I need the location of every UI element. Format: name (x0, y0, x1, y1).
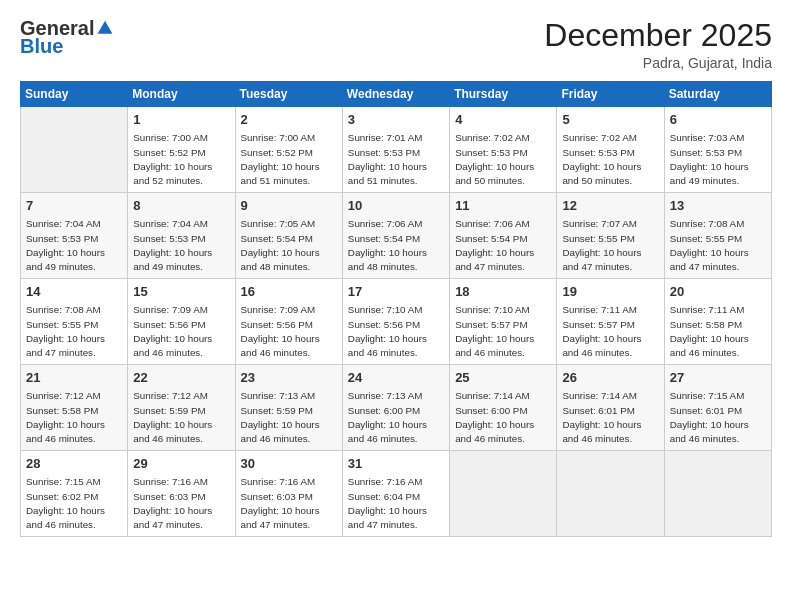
day-number: 27 (670, 369, 766, 387)
calendar-cell: 2Sunrise: 7:00 AMSunset: 5:52 PMDaylight… (235, 107, 342, 193)
day-info: Sunrise: 7:09 AMSunset: 5:56 PMDaylight:… (241, 303, 337, 360)
calendar-cell: 16Sunrise: 7:09 AMSunset: 5:56 PMDayligh… (235, 279, 342, 365)
day-number: 15 (133, 283, 229, 301)
calendar-cell (21, 107, 128, 193)
logo-icon (96, 19, 114, 37)
day-info: Sunrise: 7:05 AMSunset: 5:54 PMDaylight:… (241, 217, 337, 274)
day-info: Sunrise: 7:11 AMSunset: 5:57 PMDaylight:… (562, 303, 658, 360)
day-number: 8 (133, 197, 229, 215)
day-info: Sunrise: 7:07 AMSunset: 5:55 PMDaylight:… (562, 217, 658, 274)
weekday-header-tuesday: Tuesday (235, 82, 342, 107)
calendar-cell: 15Sunrise: 7:09 AMSunset: 5:56 PMDayligh… (128, 279, 235, 365)
title-area: December 2025 Padra, Gujarat, India (544, 18, 772, 71)
day-number: 9 (241, 197, 337, 215)
calendar-cell: 28Sunrise: 7:15 AMSunset: 6:02 PMDayligh… (21, 451, 128, 537)
day-info: Sunrise: 7:06 AMSunset: 5:54 PMDaylight:… (455, 217, 551, 274)
month-title: December 2025 (544, 18, 772, 53)
calendar-cell: 21Sunrise: 7:12 AMSunset: 5:58 PMDayligh… (21, 365, 128, 451)
calendar-cell (557, 451, 664, 537)
day-info: Sunrise: 7:14 AMSunset: 6:00 PMDaylight:… (455, 389, 551, 446)
day-info: Sunrise: 7:04 AMSunset: 5:53 PMDaylight:… (133, 217, 229, 274)
weekday-header-friday: Friday (557, 82, 664, 107)
weekday-header-wednesday: Wednesday (342, 82, 449, 107)
day-number: 12 (562, 197, 658, 215)
calendar-cell: 27Sunrise: 7:15 AMSunset: 6:01 PMDayligh… (664, 365, 771, 451)
calendar-cell: 19Sunrise: 7:11 AMSunset: 5:57 PMDayligh… (557, 279, 664, 365)
weekday-header-sunday: Sunday (21, 82, 128, 107)
week-row-1: 1Sunrise: 7:00 AMSunset: 5:52 PMDaylight… (21, 107, 772, 193)
day-info: Sunrise: 7:11 AMSunset: 5:58 PMDaylight:… (670, 303, 766, 360)
calendar-cell: 3Sunrise: 7:01 AMSunset: 5:53 PMDaylight… (342, 107, 449, 193)
day-number: 23 (241, 369, 337, 387)
calendar-cell: 31Sunrise: 7:16 AMSunset: 6:04 PMDayligh… (342, 451, 449, 537)
day-info: Sunrise: 7:03 AMSunset: 5:53 PMDaylight:… (670, 131, 766, 188)
calendar-cell: 4Sunrise: 7:02 AMSunset: 5:53 PMDaylight… (450, 107, 557, 193)
calendar-cell: 9Sunrise: 7:05 AMSunset: 5:54 PMDaylight… (235, 193, 342, 279)
calendar-cell: 18Sunrise: 7:10 AMSunset: 5:57 PMDayligh… (450, 279, 557, 365)
day-number: 14 (26, 283, 122, 301)
day-number: 31 (348, 455, 444, 473)
location: Padra, Gujarat, India (544, 55, 772, 71)
day-number: 19 (562, 283, 658, 301)
calendar-cell: 26Sunrise: 7:14 AMSunset: 6:01 PMDayligh… (557, 365, 664, 451)
calendar-cell: 1Sunrise: 7:00 AMSunset: 5:52 PMDaylight… (128, 107, 235, 193)
day-number: 13 (670, 197, 766, 215)
day-number: 28 (26, 455, 122, 473)
calendar-cell: 24Sunrise: 7:13 AMSunset: 6:00 PMDayligh… (342, 365, 449, 451)
weekday-header-monday: Monday (128, 82, 235, 107)
calendar-cell: 5Sunrise: 7:02 AMSunset: 5:53 PMDaylight… (557, 107, 664, 193)
day-info: Sunrise: 7:15 AMSunset: 6:02 PMDaylight:… (26, 475, 122, 532)
calendar-cell: 8Sunrise: 7:04 AMSunset: 5:53 PMDaylight… (128, 193, 235, 279)
day-info: Sunrise: 7:06 AMSunset: 5:54 PMDaylight:… (348, 217, 444, 274)
day-number: 20 (670, 283, 766, 301)
weekday-header-thursday: Thursday (450, 82, 557, 107)
day-info: Sunrise: 7:16 AMSunset: 6:04 PMDaylight:… (348, 475, 444, 532)
day-info: Sunrise: 7:15 AMSunset: 6:01 PMDaylight:… (670, 389, 766, 446)
calendar-cell: 30Sunrise: 7:16 AMSunset: 6:03 PMDayligh… (235, 451, 342, 537)
day-number: 11 (455, 197, 551, 215)
calendar-cell (450, 451, 557, 537)
day-info: Sunrise: 7:00 AMSunset: 5:52 PMDaylight:… (133, 131, 229, 188)
day-number: 21 (26, 369, 122, 387)
calendar-cell: 29Sunrise: 7:16 AMSunset: 6:03 PMDayligh… (128, 451, 235, 537)
day-info: Sunrise: 7:16 AMSunset: 6:03 PMDaylight:… (133, 475, 229, 532)
calendar-cell: 22Sunrise: 7:12 AMSunset: 5:59 PMDayligh… (128, 365, 235, 451)
day-info: Sunrise: 7:10 AMSunset: 5:56 PMDaylight:… (348, 303, 444, 360)
day-info: Sunrise: 7:08 AMSunset: 5:55 PMDaylight:… (26, 303, 122, 360)
calendar-cell: 23Sunrise: 7:13 AMSunset: 5:59 PMDayligh… (235, 365, 342, 451)
day-number: 26 (562, 369, 658, 387)
day-number: 22 (133, 369, 229, 387)
day-info: Sunrise: 7:10 AMSunset: 5:57 PMDaylight:… (455, 303, 551, 360)
day-info: Sunrise: 7:12 AMSunset: 5:58 PMDaylight:… (26, 389, 122, 446)
day-number: 4 (455, 111, 551, 129)
calendar-cell: 12Sunrise: 7:07 AMSunset: 5:55 PMDayligh… (557, 193, 664, 279)
day-number: 6 (670, 111, 766, 129)
day-info: Sunrise: 7:00 AMSunset: 5:52 PMDaylight:… (241, 131, 337, 188)
svg-marker-0 (98, 21, 113, 34)
day-number: 30 (241, 455, 337, 473)
week-row-4: 21Sunrise: 7:12 AMSunset: 5:58 PMDayligh… (21, 365, 772, 451)
day-info: Sunrise: 7:13 AMSunset: 5:59 PMDaylight:… (241, 389, 337, 446)
page: General Blue December 2025 Padra, Gujara… (0, 0, 792, 612)
day-number: 17 (348, 283, 444, 301)
day-number: 16 (241, 283, 337, 301)
day-info: Sunrise: 7:09 AMSunset: 5:56 PMDaylight:… (133, 303, 229, 360)
week-row-3: 14Sunrise: 7:08 AMSunset: 5:55 PMDayligh… (21, 279, 772, 365)
day-number: 5 (562, 111, 658, 129)
day-number: 2 (241, 111, 337, 129)
weekday-header-saturday: Saturday (664, 82, 771, 107)
calendar-cell (664, 451, 771, 537)
weekday-header-row: SundayMondayTuesdayWednesdayThursdayFrid… (21, 82, 772, 107)
week-row-5: 28Sunrise: 7:15 AMSunset: 6:02 PMDayligh… (21, 451, 772, 537)
logo-blue: Blue (20, 36, 63, 56)
calendar-cell: 14Sunrise: 7:08 AMSunset: 5:55 PMDayligh… (21, 279, 128, 365)
calendar-cell: 25Sunrise: 7:14 AMSunset: 6:00 PMDayligh… (450, 365, 557, 451)
header: General Blue December 2025 Padra, Gujara… (20, 18, 772, 71)
day-number: 1 (133, 111, 229, 129)
calendar: SundayMondayTuesdayWednesdayThursdayFrid… (20, 81, 772, 537)
day-number: 10 (348, 197, 444, 215)
calendar-cell: 17Sunrise: 7:10 AMSunset: 5:56 PMDayligh… (342, 279, 449, 365)
day-info: Sunrise: 7:01 AMSunset: 5:53 PMDaylight:… (348, 131, 444, 188)
day-number: 7 (26, 197, 122, 215)
calendar-cell: 6Sunrise: 7:03 AMSunset: 5:53 PMDaylight… (664, 107, 771, 193)
